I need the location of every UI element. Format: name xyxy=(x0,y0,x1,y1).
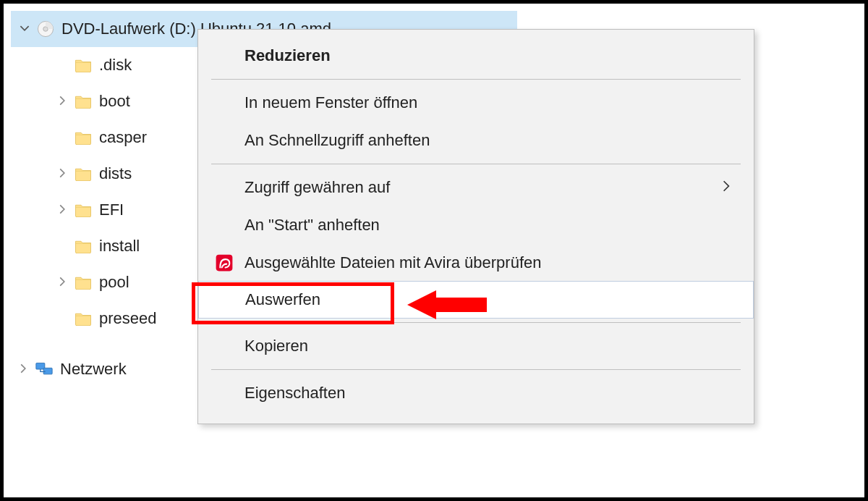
chevron-right-icon xyxy=(722,178,736,197)
menu-item-reduce[interactable]: Reduzieren xyxy=(198,37,754,75)
menu-item-grant-access[interactable]: Zugriff gewähren auf xyxy=(198,169,754,206)
svg-point-1 xyxy=(43,27,48,32)
svg-rect-3 xyxy=(43,368,52,374)
folder-icon xyxy=(72,130,95,145)
chevron-right-icon[interactable] xyxy=(53,167,72,182)
folder-label: EFI xyxy=(95,201,124,219)
menu-item-avira-scan[interactable]: Ausgewählte Dateien mit Avira überprüfen xyxy=(198,244,754,282)
folder-icon xyxy=(72,275,95,290)
menu-item-pin-start[interactable]: An "Start" anheften xyxy=(198,206,754,244)
chevron-right-icon[interactable] xyxy=(53,275,72,290)
menu-item-open-new-window[interactable]: In neuem Fenster öffnen xyxy=(198,84,754,122)
folder-label: dists xyxy=(95,164,132,183)
folder-label: install xyxy=(95,237,140,256)
network-icon xyxy=(33,361,56,378)
folder-label: .disk xyxy=(95,56,132,75)
explorer-window: DVD-Laufwerk (D:) Ubuntu 21.10 amd... .d… xyxy=(0,0,868,501)
folder-icon xyxy=(72,58,95,72)
menu-separator xyxy=(211,369,741,370)
folder-label: preseed xyxy=(95,309,157,328)
folder-label: boot xyxy=(95,92,130,111)
menu-separator xyxy=(211,164,741,164)
folder-label: pool xyxy=(95,273,129,292)
folder-icon xyxy=(72,311,95,326)
chevron-right-icon[interactable] xyxy=(53,203,72,218)
folder-icon xyxy=(72,94,95,109)
menu-item-copy[interactable]: Kopieren xyxy=(198,327,754,365)
menu-item-properties[interactable]: Eigenschaften xyxy=(198,374,754,412)
chevron-right-icon[interactable] xyxy=(53,94,72,109)
menu-separator xyxy=(211,322,741,323)
context-menu: Reduzieren In neuem Fenster öffnen An Sc… xyxy=(197,29,754,424)
network-label: Netzwerk xyxy=(56,360,127,379)
chevron-down-icon[interactable] xyxy=(15,22,34,37)
disc-drive-icon xyxy=(34,20,57,38)
folder-icon xyxy=(72,239,95,253)
menu-item-pin-quick-access[interactable]: An Schnellzugriff anheften xyxy=(198,122,754,159)
chevron-right-icon[interactable] xyxy=(14,362,33,377)
menu-separator xyxy=(211,79,741,80)
menu-item-eject[interactable]: Auswerfen xyxy=(198,281,754,319)
folder-icon xyxy=(72,167,95,181)
folder-icon xyxy=(72,203,95,217)
folder-label: casper xyxy=(95,128,147,147)
avira-icon xyxy=(211,253,237,272)
